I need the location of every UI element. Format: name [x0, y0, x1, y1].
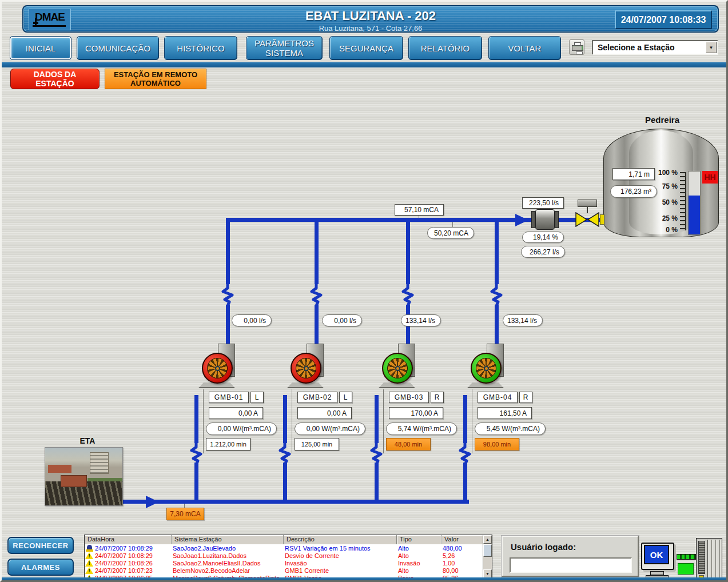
scale-50: 50 %: [654, 198, 678, 206]
pump-gmb-03-motor-icon[interactable]: [382, 353, 413, 384]
station-data-button[interactable]: DADOS DA ESTAÇÃO: [10, 69, 100, 89]
logged-user-input[interactable]: [510, 557, 632, 573]
col-tipo[interactable]: Tipo: [397, 535, 441, 544]
plc-rack-icon: [696, 538, 722, 579]
warning-icon: [85, 552, 93, 559]
scrollbar-thumb[interactable]: [483, 544, 492, 557]
pump3-name: GMB-03: [389, 392, 429, 403]
pump2-current-value: 0,00 A: [297, 407, 352, 419]
pump-gmb-03: [382, 344, 435, 392]
pump4-specific-energy-value: 5,45 W/(m³.mCA): [475, 422, 546, 435]
nav-seguranca[interactable]: SEGURANÇA: [329, 36, 403, 60]
pump4-flow-value: 133,14 l/s: [503, 314, 543, 326]
pump3-flow-value: 133,14 l/s: [401, 314, 441, 326]
suction-pressure-value: 7,30 mCA: [166, 508, 204, 520]
pump-gmb-01-motor-icon[interactable]: [202, 353, 233, 384]
valve-actuator-icon: [578, 200, 597, 207]
col-valor[interactable]: Valor: [441, 535, 484, 544]
pump3-mode-flag: R: [431, 392, 444, 403]
pump4-name: GMB-04: [478, 392, 518, 403]
alarm-row[interactable]: 24/07/2007 10:07:23 BelemNovo2.BecodoAde…: [85, 567, 492, 574]
alarm-table: DataHora Sistema.Estação Descrição Tipo …: [84, 535, 492, 579]
page-title: EBAT LUZITANA - 202: [23, 9, 718, 23]
flex-joint-icon: [279, 442, 291, 465]
pump-gmb-02-motor-icon[interactable]: [291, 353, 321, 384]
flex-joint-icon: [459, 442, 471, 465]
pump3-specific-energy-value: 5,74 W/(m³.mCA): [386, 422, 457, 435]
operator-station-icon: OK: [641, 543, 677, 579]
eta-plant-photo: [45, 447, 123, 506]
pump1-specific-energy-value: 0,00 W/(m³.mCA): [206, 422, 277, 435]
pump-gmb-04: [471, 344, 523, 392]
header-separator: [2, 62, 726, 67]
acknowledge-button[interactable]: RECONHECER: [7, 537, 74, 554]
pump-gmb-02: [291, 344, 343, 392]
line-pressure-value: 50,20 mCA: [427, 227, 474, 239]
level-gauge-fill: [689, 196, 700, 234]
alarm-table-header: DataHora Sistema.Estação Descrição Tipo …: [85, 535, 492, 544]
printer-icon: [572, 42, 582, 53]
alarm-table-scrollbar[interactable]: ▲ ▼: [483, 535, 492, 578]
level-gauge: [688, 171, 701, 235]
pump-gmb-04-motor-icon[interactable]: [471, 353, 502, 384]
pump3-current-value: 170,00 A: [389, 407, 443, 419]
page-subtitle: Rua Luzitana, 571 - Cota 27,66: [23, 24, 718, 33]
flex-joint-icon: [310, 283, 323, 306]
logged-user-label: Usuário logado:: [511, 542, 576, 552]
comm-cable-icon: [677, 554, 696, 560]
nav-historico[interactable]: HISTÓRICO: [164, 36, 237, 60]
scale-25: 25 %: [654, 214, 678, 222]
pump1-runtime-value: 1.212,00 min: [206, 438, 250, 451]
col-descricao[interactable]: Descrição: [284, 535, 397, 544]
alarm-row[interactable]: 24/07/2007 10:08:26 SaoJoao2.ManoelElias…: [85, 559, 492, 567]
flex-joint-icon: [190, 442, 202, 465]
col-datahora[interactable]: DataHora: [85, 535, 172, 544]
operator-icon: [85, 545, 93, 552]
warning-icon: [85, 567, 93, 574]
chevron-down-icon[interactable]: ▼: [706, 42, 717, 53]
alarms-button[interactable]: ALARMES: [7, 559, 74, 576]
scada-screen: DMAE EBAT LUZITANA - 202 Rua Luzitana, 5…: [0, 0, 728, 582]
tank-inlet-stub: [600, 214, 604, 225]
comm-ok-status: OK: [644, 545, 669, 564]
flex-joint-icon: [401, 283, 414, 306]
reservoir-name: Pedreira: [625, 115, 699, 125]
pump1-mode-flag: L: [250, 392, 264, 403]
butterfly-valve-icon[interactable]: [575, 212, 599, 227]
reservoir-level-value: 1,71 m: [612, 168, 655, 180]
valve-opening-value: 19,14 %: [522, 232, 564, 243]
pump1-name: GMB-01: [209, 392, 249, 403]
flow-meter-value: 223,50 l/s: [522, 197, 564, 209]
print-button[interactable]: [569, 39, 584, 55]
nav-voltar[interactable]: VOLTAR: [488, 36, 561, 60]
scroll-up-icon[interactable]: ▲: [483, 535, 492, 544]
station-selector[interactable]: Selecione a Estação ▼: [592, 40, 718, 55]
col-sistema-estacao[interactable]: Sistema.Estação: [172, 535, 284, 544]
header-pressure-value: 57,10 mCA: [395, 204, 444, 216]
nav-comunicacao[interactable]: COMUNICAÇÃO: [77, 36, 159, 60]
pump4-current-value: 161,50 A: [478, 407, 532, 419]
pump2-specific-energy-value: 0,00 W/(m³.mCA): [295, 422, 365, 435]
nav-parametros-sistema[interactable]: PARÂMETROS SISTEMA: [246, 36, 323, 60]
alarm-row[interactable]: 24/07/2007 10:08:29 SaoJoao2.JauElevado …: [85, 544, 492, 552]
station-selector-value: Selecione a Estação: [593, 43, 706, 52]
pump1-current-value: 0,00 A: [209, 407, 263, 419]
scroll-down-icon[interactable]: ▼: [483, 569, 492, 578]
pump2-mode-flag: L: [339, 392, 352, 403]
scale-0: 0 %: [654, 226, 678, 234]
logged-user-panel: Usuário logado:: [502, 536, 639, 577]
reservoir-volume-value: 176,23 m³: [610, 185, 657, 198]
nav-inicial[interactable]: INICIAL: [10, 36, 71, 60]
alarm-row[interactable]: 24/07/2007 10:08:29 SaoJoao1.Luzitana.Da…: [85, 552, 492, 559]
high-high-alarm-badge: HH: [702, 171, 718, 184]
pump3-runtime-value: 48,00 min: [386, 438, 431, 451]
level-ruler: [680, 172, 686, 230]
flex-joint-icon: [370, 442, 383, 465]
flow-direction-arrow: [146, 496, 159, 508]
eta-label: ETA: [59, 436, 116, 445]
remote-mode-indicator: ESTAÇÃO EM REMOTO AUTOMÁTICO: [105, 69, 206, 89]
pump2-runtime-value: 125,00 min: [295, 438, 339, 451]
nav-relatorio[interactable]: RELATÓRIO: [408, 36, 482, 60]
comm-link-ok-indicator: [678, 563, 694, 575]
scale-100: 100 %: [654, 169, 678, 177]
